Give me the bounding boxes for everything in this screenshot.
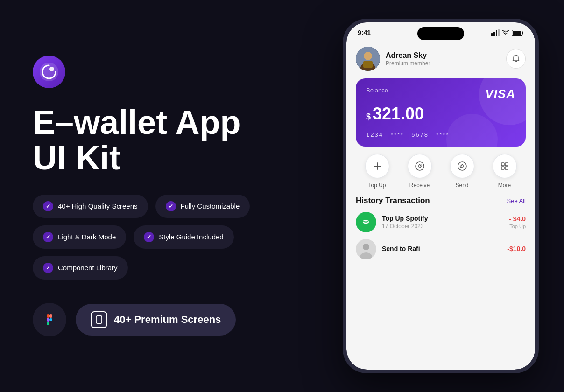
features-row-1: 40+ High Quality Screens Fully Customiza… [33, 195, 275, 218]
card-num-3: 5678 [411, 131, 429, 138]
wifi-icon [502, 30, 509, 35]
features-row-2: Light & Dark Mode Style Guide Included [33, 225, 275, 249]
svg-point-22 [458, 162, 466, 170]
svg-point-29 [363, 244, 369, 250]
card-num-2: **** [391, 131, 404, 138]
user-info: Adrean Sky Premium member [356, 47, 430, 71]
tx-type-1: Top Up [509, 224, 526, 229]
svg-rect-9 [491, 33, 493, 36]
feature-label-2: Fully Customizable [181, 202, 240, 210]
grid-icon [500, 161, 510, 171]
card-number: 1234 **** 5678 **** [366, 131, 515, 138]
top-up-label: Top Up [368, 182, 386, 189]
svg-rect-12 [498, 29, 500, 36]
left-panel: E–wallet App UI Kit 40+ High Quality Scr… [0, 0, 308, 392]
receive-button[interactable]: Receive [408, 154, 432, 189]
tx-details-1: Top Up Spotify 17 October 2023 [382, 215, 503, 230]
feature-badge-1: 40+ High Quality Screens [33, 195, 148, 218]
balance-card[interactable]: Belance VISA $ 321.00 1234 **** 5678 ***… [356, 78, 526, 147]
feature-label-5: Component Library [58, 264, 118, 272]
check-icon-5 [43, 263, 53, 273]
feature-badge-5: Component Library [33, 256, 128, 280]
card-amount: $ 321.00 [366, 104, 515, 124]
action-buttons: Top Up Receive [356, 154, 526, 189]
svg-rect-3 [49, 314, 52, 318]
feature-label-1: 40+ High Quality Screens [58, 202, 138, 210]
premium-button[interactable]: 40+ Premium Screens [76, 304, 236, 336]
check-icon-2 [166, 201, 176, 211]
transaction-row-1[interactable]: Top Up Spotify 17 October 2023 - $4.0 To… [356, 212, 526, 232]
status-icons [491, 29, 524, 36]
receive-icon [415, 161, 425, 171]
feature-badge-3: Light & Dark Mode [33, 225, 126, 249]
feature-label-3: Light & Dark Mode [58, 233, 116, 241]
top-up-button[interactable]: Top Up [365, 154, 389, 189]
history-header: History Transaction See All [356, 196, 526, 205]
svg-rect-2 [47, 314, 49, 318]
send-button[interactable]: Send [450, 154, 474, 189]
phone-mockup: 9:41 [343, 19, 539, 373]
see-all-link[interactable]: See All [507, 197, 526, 204]
card-num-4: **** [436, 131, 449, 138]
amount-value: 321.00 [373, 104, 424, 124]
plus-icon [372, 161, 382, 171]
bottom-row: 40+ Premium Screens [33, 303, 275, 336]
send-icon-circle [450, 154, 474, 178]
main-title: E–wallet App UI Kit [33, 105, 275, 175]
feature-badge-4: Style Guide Included [134, 225, 233, 249]
spotify-icon [356, 212, 376, 232]
feature-label-4: Style Guide Included [159, 233, 223, 241]
bell-icon [511, 54, 521, 63]
battery-icon [512, 30, 524, 36]
screen-content: Adrean Sky Premium member Belance [346, 39, 535, 370]
send-icon [457, 161, 467, 171]
right-panel: 9:41 [308, 0, 564, 392]
user-name: Adrean Sky [386, 51, 430, 60]
user-role: Premium member [386, 60, 430, 67]
receive-label: Receive [409, 182, 430, 189]
more-icon-circle [493, 154, 517, 178]
signal-icon [491, 29, 500, 36]
bell-button[interactable] [506, 49, 526, 69]
more-button[interactable]: More [493, 154, 517, 189]
svg-point-8 [99, 322, 99, 322]
features-grid: 40+ High Quality Screens Fully Customiza… [33, 195, 275, 280]
top-up-icon-circle [365, 154, 389, 178]
history-section: History Transaction See All [356, 196, 526, 370]
history-title: History Transaction [356, 196, 430, 205]
check-icon-3 [43, 232, 53, 242]
receive-icon-circle [408, 154, 432, 178]
svg-rect-11 [496, 30, 497, 36]
dynamic-island [417, 27, 464, 40]
tx-amount-2: -$10.0 [507, 245, 526, 253]
check-icon-4 [144, 232, 154, 242]
svg-rect-4 [47, 318, 49, 322]
premium-label: 40+ Premium Screens [114, 314, 221, 326]
tx-value-1: - $4.0 [509, 215, 526, 223]
status-time: 9:41 [358, 29, 371, 36]
person-icon [356, 239, 376, 259]
phone-icon [91, 311, 107, 328]
tx-amount-1: - $4.0 Top Up [509, 215, 526, 229]
phone-screen: 9:41 [346, 22, 535, 370]
tx-value-2: -$10.0 [507, 245, 526, 252]
app-header: Adrean Sky Premium member [356, 39, 526, 77]
transaction-row-2[interactable]: Send to Rafi -$10.0 [356, 239, 526, 259]
card-top: Belance VISA [366, 87, 515, 101]
feature-badge-2: Fully Customizable [155, 195, 250, 218]
svg-rect-5 [47, 322, 49, 325]
visa-logo: VISA [485, 87, 515, 101]
tx-name-2: Send to Rafi [382, 245, 501, 252]
tx-details-2: Send to Rafi [382, 245, 501, 253]
svg-point-16 [364, 52, 372, 60]
more-label: More [498, 182, 511, 189]
figma-icon-button[interactable] [33, 303, 66, 336]
svg-point-21 [416, 162, 424, 170]
tx-date-1: 17 October 2023 [382, 223, 503, 230]
svg-rect-10 [494, 32, 495, 36]
avatar [356, 47, 380, 71]
card-label: Belance [366, 87, 388, 94]
card-num-1: 1234 [366, 131, 383, 138]
svg-rect-25 [501, 167, 504, 169]
avatar-image [356, 47, 380, 71]
